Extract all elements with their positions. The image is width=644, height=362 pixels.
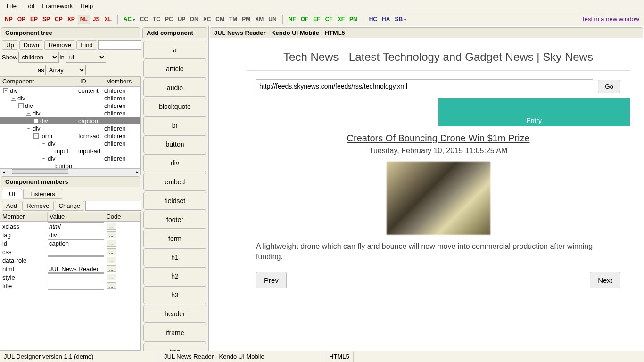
add-item-iframe[interactable]: iframe bbox=[143, 324, 206, 342]
add-item-form[interactable]: form bbox=[143, 230, 206, 247]
toolbar-nl[interactable]: NL bbox=[78, 15, 90, 24]
member-value-input[interactable] bbox=[48, 273, 104, 281]
toolbar-xm[interactable]: XM bbox=[253, 15, 265, 24]
entry-block[interactable]: Entry bbox=[438, 98, 630, 126]
go-button[interactable]: Go bbox=[598, 80, 620, 93]
member-code-button[interactable]: ... bbox=[107, 240, 116, 247]
tree-row[interactable]: −divchildren bbox=[0, 109, 140, 117]
toolbar-xc[interactable]: XC bbox=[201, 15, 213, 24]
member-value-input[interactable] bbox=[48, 248, 104, 256]
tree-row[interactable]: inputinput-ad bbox=[0, 147, 140, 155]
toolbar-xf[interactable]: XF bbox=[336, 15, 347, 24]
tree-up-button[interactable]: Up bbox=[2, 40, 18, 50]
toolbar-np[interactable]: NP bbox=[3, 15, 15, 24]
twisty-icon[interactable] bbox=[49, 164, 54, 169]
toolbar-up[interactable]: UP bbox=[176, 15, 188, 24]
tab-listeners[interactable]: Listeners bbox=[23, 189, 62, 199]
toolbar-ha[interactable]: HA bbox=[380, 15, 392, 24]
article-headline[interactable]: Creators Of Bouncing Drone Win $1m Prize bbox=[247, 133, 630, 144]
tree-row[interactable]: −divchildren bbox=[0, 155, 140, 162]
twisty-icon[interactable]: − bbox=[41, 141, 46, 146]
add-item-blockquote[interactable]: blockquote bbox=[143, 98, 206, 115]
tree-row[interactable]: button bbox=[0, 162, 140, 169]
twisty-icon[interactable]: − bbox=[26, 126, 31, 131]
add-item-embed[interactable]: embed bbox=[143, 173, 206, 191]
twisty-icon[interactable] bbox=[49, 148, 54, 154]
add-item-fieldset[interactable]: fieldset bbox=[143, 192, 206, 210]
tree-remove-button[interactable]: Remove bbox=[44, 40, 75, 50]
toolbar-js[interactable]: JS bbox=[91, 15, 102, 24]
toolbar-dn[interactable]: DN bbox=[188, 15, 200, 24]
menu-framework[interactable]: Framework bbox=[38, 1, 76, 10]
twisty-icon[interactable]: − bbox=[11, 96, 16, 101]
twisty-icon[interactable]: − bbox=[3, 88, 8, 93]
toolbar-tc[interactable]: TC bbox=[151, 15, 162, 24]
add-item-button[interactable]: button bbox=[143, 135, 206, 153]
members-change-button[interactable]: Change bbox=[55, 201, 85, 211]
toolbar-ep[interactable]: EP bbox=[28, 15, 40, 24]
menu-file[interactable]: File bbox=[3, 1, 20, 10]
toolbar-tm[interactable]: TM bbox=[227, 15, 239, 24]
scroll-right-icon[interactable]: ▸ bbox=[134, 169, 140, 175]
member-code-button[interactable]: ... bbox=[107, 231, 116, 238]
toolbar-un[interactable]: UN bbox=[266, 15, 278, 24]
next-button[interactable]: Next bbox=[590, 272, 620, 288]
member-value-input[interactable] bbox=[48, 265, 104, 273]
member-value-input[interactable] bbox=[48, 282, 104, 290]
member-code-button[interactable]: ... bbox=[107, 274, 116, 280]
member-value-input[interactable] bbox=[48, 239, 104, 247]
toolbar-op[interactable]: OP bbox=[16, 15, 27, 24]
add-item-audio[interactable]: audio bbox=[143, 79, 206, 97]
member-code-button[interactable]: ... bbox=[107, 223, 116, 230]
tree-row[interactable]: −divcontentchildren bbox=[0, 87, 140, 94]
toolbar-pc[interactable]: PC bbox=[163, 15, 175, 24]
tab-ui[interactable]: UI bbox=[2, 189, 22, 199]
member-value-input[interactable] bbox=[48, 256, 104, 264]
twisty-icon[interactable]: − bbox=[18, 103, 24, 108]
show-select[interactable]: children bbox=[18, 52, 59, 63]
toolbar-of[interactable]: OF bbox=[299, 15, 311, 24]
tree-find-button[interactable]: Find bbox=[76, 40, 97, 50]
add-item-a[interactable]: a bbox=[143, 41, 206, 59]
add-item-header[interactable]: header bbox=[143, 305, 206, 323]
toolbar-nf[interactable]: NF bbox=[287, 15, 298, 24]
toolbar-sp[interactable]: SP bbox=[41, 15, 52, 24]
toolbar-pn[interactable]: PN bbox=[347, 15, 359, 24]
tree-row[interactable]: −divcaption bbox=[0, 117, 140, 124]
add-item-div[interactable]: div bbox=[143, 154, 206, 172]
menu-edit[interactable]: Edit bbox=[20, 1, 38, 10]
tree-down-button[interactable]: Down bbox=[19, 40, 43, 50]
add-item-h2[interactable]: h2 bbox=[143, 267, 206, 285]
member-code-button[interactable]: ... bbox=[107, 265, 116, 272]
twisty-icon[interactable]: − bbox=[26, 111, 31, 116]
menu-help[interactable]: Help bbox=[76, 1, 97, 10]
add-item-article[interactable]: article bbox=[143, 60, 206, 78]
scroll-track[interactable] bbox=[7, 169, 134, 175]
member-value-input[interactable] bbox=[48, 222, 104, 230]
feed-url-input[interactable] bbox=[256, 79, 593, 93]
col-members[interactable]: Members bbox=[104, 77, 140, 86]
toolbar-cm[interactable]: CM bbox=[214, 15, 226, 24]
toolbar-ac[interactable]: AC bbox=[122, 15, 137, 24]
toolbar-cp[interactable]: CP bbox=[53, 15, 65, 24]
member-value-input[interactable] bbox=[48, 231, 104, 239]
in-select[interactable]: ui bbox=[66, 52, 106, 63]
toolbar-sb[interactable]: SB bbox=[393, 15, 408, 24]
members-add-button[interactable]: Add bbox=[2, 201, 21, 211]
as-select[interactable]: Array bbox=[45, 65, 86, 75]
tree-rows[interactable]: −divcontentchildren−divchildren−divchild… bbox=[0, 86, 141, 169]
col-member[interactable]: Member bbox=[0, 212, 48, 221]
col-component[interactable]: Component bbox=[0, 77, 78, 86]
tree-row[interactable]: −divchildren bbox=[0, 140, 140, 147]
scroll-thumb[interactable] bbox=[12, 169, 68, 174]
add-item-h3[interactable]: h3 bbox=[143, 286, 206, 304]
tree-row[interactable]: −divchildren bbox=[0, 94, 140, 102]
tree-row[interactable]: −divchildren bbox=[0, 102, 140, 109]
col-value[interactable]: Value bbox=[48, 212, 104, 221]
twisty-icon[interactable]: − bbox=[33, 133, 39, 139]
tree-row[interactable]: −formform-adchildren bbox=[0, 132, 140, 140]
toolbar-pm[interactable]: PM bbox=[240, 15, 252, 24]
col-id[interactable]: ID bbox=[78, 77, 104, 86]
toolbar-cc[interactable]: CC bbox=[138, 15, 150, 24]
toolbar-hc[interactable]: HC bbox=[367, 15, 379, 24]
